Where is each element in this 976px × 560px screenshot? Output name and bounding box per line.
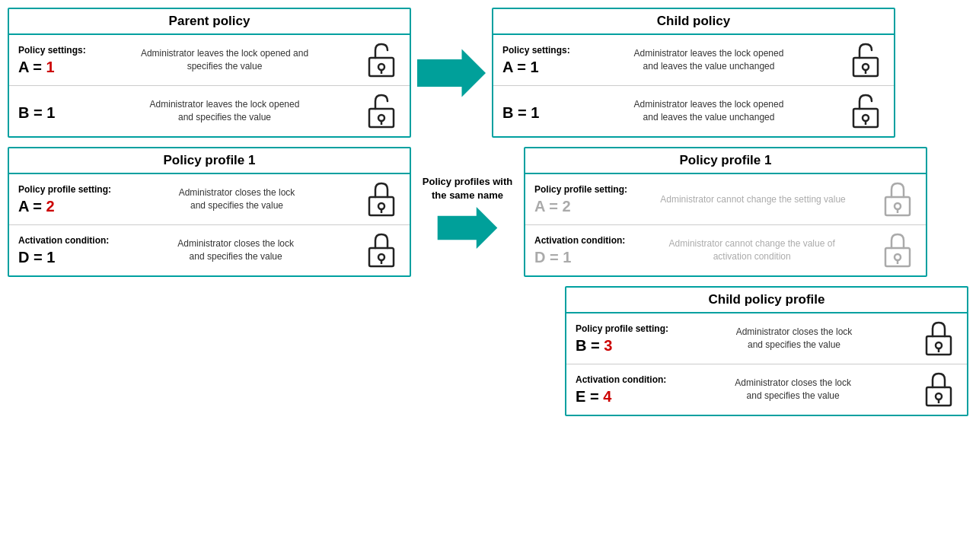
parent-policy-row-b: B = 1 Administrator leaves the lock open…: [9, 86, 410, 136]
svg-point-24: [895, 254, 901, 260]
parent-profile-a-value: A = 2: [18, 198, 111, 215]
child-policy-b-lock: [847, 92, 885, 130]
child-policy-a-desc: Administrator leaves the lock openedand …: [571, 47, 847, 73]
child-policy-b-desc: Administrator leaves the lock openedand …: [571, 98, 847, 124]
child-policy-profile-b-desc: Administrator closes the lockand specifi…: [668, 326, 920, 352]
parent-policy-title: Parent policy: [9, 9, 410, 35]
child-policy-profile-box: Child policy profile Policy profile sett…: [565, 286, 968, 416]
child-profile1-d-lock: [879, 231, 917, 269]
row3: Child policy profile Policy profile sett…: [8, 286, 968, 416]
arrow-label: Policy profiles withthe same name: [414, 175, 521, 202]
parent-policy-a-lock: [362, 41, 400, 79]
parent-policy-b-lock: [362, 92, 400, 130]
child-policy-b-value: B = 1: [502, 104, 571, 122]
row2: Policy profile 1 Policy profile setting:…: [8, 147, 968, 277]
child-profile1-a-value: A = 2: [534, 198, 627, 215]
row1-arrow: [417, 43, 486, 103]
child-policy-row-a: Policy settings: A = 1 Administrator lea…: [493, 35, 894, 86]
parent-profile-a-lock: [362, 180, 400, 218]
child-profile1-box: Policy profile 1 Policy profile setting:…: [524, 147, 927, 277]
svg-point-1: [378, 64, 384, 70]
parent-policy-a-desc: Administrator leaves the lock opened and…: [87, 47, 362, 73]
child-policy-settings-label: Policy settings:: [502, 45, 571, 56]
svg-point-27: [936, 342, 942, 348]
open-lock-child-b: [850, 92, 882, 130]
parent-profile-d-desc: Administrator closes the lockand specifi…: [109, 237, 362, 263]
closed-lock-gray-d: [882, 231, 914, 269]
child-policy-row-a-left: Policy settings: A = 1: [502, 45, 571, 76]
child-policy-row-b-left: B = 1: [502, 101, 571, 122]
svg-point-14: [378, 203, 384, 209]
open-lock-icon: [365, 41, 397, 79]
parent-policy-row-b-left: B = 1: [18, 101, 87, 122]
row2-arrow-group: Policy profiles withthe same name: [414, 175, 521, 249]
child-policy-profile-setting-label: Policy profile setting:: [576, 323, 668, 334]
row2-arrow: [437, 207, 498, 249]
child-policy-title: Child policy: [493, 9, 894, 35]
parent-policy-row-a: Policy settings: A = 1 Administrator lea…: [9, 35, 410, 86]
parent-profile-row-d: Activation condition: D = 1 Administrato…: [9, 225, 410, 275]
parent-profile-row-a-left: Policy profile setting: A = 2: [18, 184, 111, 215]
child-profile1-setting-label: Policy profile setting:: [534, 184, 627, 195]
child-policy-box: Child policy Policy settings: A = 1 Admi…: [492, 8, 895, 138]
child-policy-profile-e-desc: Administrator closes the lockand specifi…: [666, 377, 920, 402]
child-policy-profile-b-value: B = 3: [576, 337, 668, 355]
child-profile1-a-desc: Administrator cannot change the setting …: [627, 193, 879, 206]
svg-marker-6: [417, 49, 486, 97]
child-policy-a-lock: [847, 41, 885, 79]
child-profile1-row-a: Policy profile setting: A = 2 Administra…: [525, 174, 926, 225]
svg-point-30: [936, 393, 942, 399]
closed-lock-icon: [365, 180, 397, 218]
row1: Parent policy Policy settings: A = 1 Adm…: [8, 8, 968, 138]
parent-policy-b-desc: Administrator leaves the lock openedand …: [87, 98, 362, 124]
svg-point-17: [378, 254, 384, 260]
child-profile1-a-lock: [879, 180, 917, 218]
child-profile1-row-d: Activation condition: D = 1 Administrato…: [525, 225, 926, 275]
closed-lock-e: [923, 371, 955, 409]
child-policy-row-b: B = 1 Administrator leaves the lock open…: [493, 86, 894, 136]
child-policy-profile-activation-label: Activation condition:: [576, 374, 666, 385]
child-policy-a-value: A = 1: [502, 59, 571, 76]
parent-policy-row-a-left: Policy settings: A = 1: [18, 45, 87, 76]
open-lock-icon-b: [365, 92, 397, 130]
child-profile1-row-a-left: Policy profile setting: A = 2: [534, 184, 627, 215]
svg-point-8: [863, 64, 869, 70]
parent-profile-setting-label: Policy profile setting:: [18, 184, 111, 195]
open-lock-child-a: [850, 41, 882, 79]
parent-policy-box: Parent policy Policy settings: A = 1 Adm…: [8, 8, 411, 138]
child-policy-profile-b-lock: [920, 320, 958, 358]
child-profile1-d-desc: Administrator cannot change the value of…: [625, 237, 879, 263]
child-policy-profile-row-e: Activation condition: E = 4 Administrato…: [566, 364, 967, 415]
closed-lock-gray-a: [882, 180, 914, 218]
child-profile1-activation-label: Activation condition:: [534, 235, 625, 246]
child-profile1-row-d-left: Activation condition: D = 1: [534, 235, 625, 266]
svg-point-21: [895, 203, 901, 209]
parent-profile-box: Policy profile 1 Policy profile setting:…: [8, 147, 411, 277]
parent-profile-d-value: D = 1: [18, 249, 109, 266]
child-policy-profile-e-value: E = 4: [576, 388, 666, 406]
parent-policy-a-value: A = 1: [18, 59, 87, 76]
svg-marker-19: [438, 207, 498, 249]
svg-point-11: [863, 115, 869, 121]
child-policy-profile-e-lock: [920, 371, 958, 409]
svg-point-4: [378, 115, 384, 121]
parent-profile-row-a: Policy profile setting: A = 2 Administra…: [9, 174, 410, 225]
child-policy-profile-row-e-left: Activation condition: E = 4: [576, 374, 666, 406]
parent-policy-b-value: B = 1: [18, 104, 87, 122]
closed-lock-b: [923, 320, 955, 358]
child-policy-profile-row-b: Policy profile setting: B = 3 Administra…: [566, 313, 967, 364]
parent-profile-a-desc: Administrator closes the lockand specifi…: [111, 186, 362, 212]
parent-profile-title: Policy profile 1: [9, 148, 410, 174]
parent-profile-activation-label: Activation condition:: [18, 235, 109, 246]
child-policy-profile-row-b-left: Policy profile setting: B = 3: [576, 323, 668, 355]
child-profile1-d-value: D = 1: [534, 249, 625, 266]
child-policy-profile-title: Child policy profile: [566, 288, 967, 313]
parent-profile-row-d-left: Activation condition: D = 1: [18, 235, 109, 266]
parent-profile-d-lock: [362, 231, 400, 269]
closed-lock-d: [365, 231, 397, 269]
parent-policy-settings-label: Policy settings:: [18, 45, 87, 56]
child-profile1-title: Policy profile 1: [525, 148, 926, 174]
diagram-container: Parent policy Policy settings: A = 1 Adm…: [0, 0, 976, 560]
